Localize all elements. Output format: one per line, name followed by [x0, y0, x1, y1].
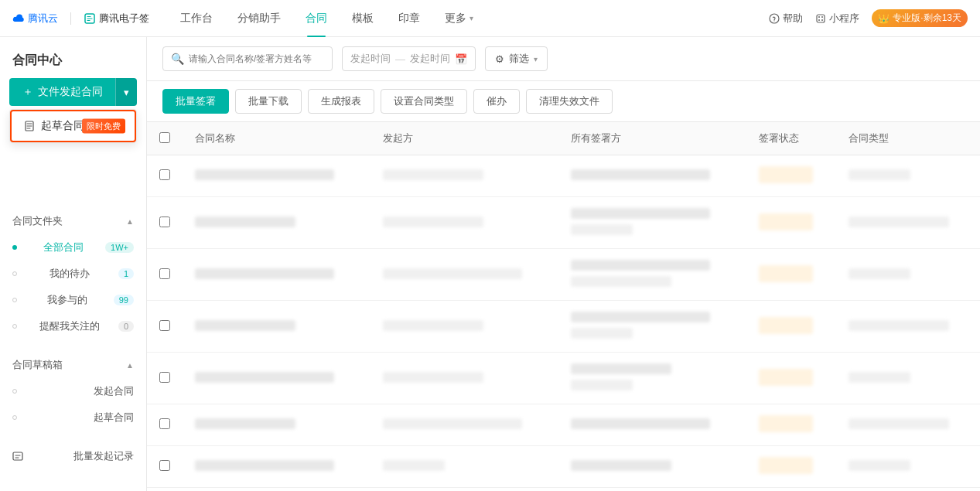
- row-checkbox[interactable]: [159, 217, 170, 227]
- nav-all-contracts[interactable]: 全部合同 1W+: [0, 234, 146, 261]
- date-range-picker[interactable]: 发起时间 — 发起时间 📅: [342, 46, 476, 71]
- dropdown-arrow-btn[interactable]: ▾: [115, 78, 137, 106]
- draft-icon: [24, 121, 35, 131]
- batch-download-btn[interactable]: 批量下载: [235, 89, 302, 114]
- status-badge: [759, 457, 813, 474]
- nav-menu: 工作台 分销助手 合同 模板 印章 更多 ▾: [168, 0, 769, 37]
- main-content: 🔍 发起时间 — 发起时间 📅 ⚙ 筛选 ▾ 批量签署 批量下载 生成报表 设置…: [147, 37, 980, 491]
- row-checkbox[interactable]: [159, 268, 170, 279]
- nav-item-more[interactable]: 更多 ▾: [432, 0, 486, 37]
- row-checkbox[interactable]: [159, 460, 170, 471]
- contract-name-cell: [195, 372, 334, 383]
- status-badge: [759, 213, 813, 230]
- signatories-cell: [571, 260, 710, 271]
- signatories-cell: [571, 418, 710, 429]
- search-icon: 🔍: [171, 53, 184, 65]
- nav-item-distribution[interactable]: 分销助手: [225, 0, 293, 37]
- table-row: [147, 249, 980, 301]
- miniapp-btn[interactable]: 小程序: [815, 12, 859, 26]
- help-btn[interactable]: 帮助: [769, 12, 803, 26]
- arrow-down-icon: ▾: [124, 87, 129, 98]
- search-box[interactable]: 🔍: [162, 46, 333, 71]
- select-all-checkbox[interactable]: [159, 132, 170, 143]
- svg-point-2: [774, 20, 775, 21]
- draft-section-header[interactable]: 合同草稿箱 ▲: [12, 358, 134, 372]
- remind-btn[interactable]: 催办: [473, 89, 520, 114]
- initiator-cell: [383, 169, 483, 180]
- remind-me-badge: 0: [118, 321, 134, 332]
- cloud-logo[interactable]: 腾讯云: [12, 12, 58, 26]
- clear-invalid-btn[interactable]: 清理失效文件: [526, 89, 613, 114]
- set-contract-type-btn[interactable]: 设置合同类型: [381, 89, 467, 114]
- table-row: [147, 353, 980, 404]
- type-cell: [849, 169, 910, 180]
- esign-logo[interactable]: 腾讯电子签: [84, 12, 149, 26]
- draft-contract-item[interactable]: 起草合同 限时免费: [10, 110, 136, 142]
- folder-section-header[interactable]: 合同文件夹 ▲: [12, 214, 134, 228]
- svg-rect-9: [13, 452, 22, 460]
- signatories-cell-2: [571, 224, 633, 235]
- signatories-cell: [571, 363, 671, 374]
- svg-point-5: [821, 16, 823, 18]
- svg-point-6: [818, 19, 820, 21]
- th-type: 合同类型: [836, 122, 980, 155]
- file-initiate-btn[interactable]: ＋ 文件发起合同: [9, 78, 115, 106]
- limit-badge: 限时免费: [82, 119, 125, 134]
- empty-dot-4: [12, 389, 17, 394]
- my-todo-badge: 1: [118, 268, 134, 279]
- signatories-cell: [571, 169, 710, 180]
- type-cell: [849, 372, 910, 383]
- nav-draft-contract[interactable]: 起草合同: [0, 404, 146, 431]
- empty-dot: [12, 271, 17, 276]
- nav-item-seal[interactable]: 印章: [386, 0, 432, 37]
- all-contracts-label: 全部合同: [43, 240, 84, 254]
- contract-name-cell: [195, 460, 334, 471]
- table-row: [147, 197, 980, 249]
- batch-section-header[interactable]: 批量发起记录: [12, 449, 134, 463]
- folder-toggle-icon: ▲: [126, 217, 134, 226]
- miniapp-label: 小程序: [829, 12, 859, 26]
- batch-sign-btn[interactable]: 批量签署: [162, 89, 229, 114]
- row-checkbox[interactable]: [159, 169, 170, 180]
- nav-my-todo[interactable]: 我的待办 1: [0, 261, 146, 287]
- nav-item-template[interactable]: 模板: [340, 0, 386, 37]
- type-cell: [849, 217, 949, 227]
- cloud-logo-text: 腾讯云: [28, 12, 58, 26]
- status-badge: [759, 317, 813, 334]
- draft-contract-nav-label: 起草合同: [94, 411, 134, 425]
- esign-icon: [84, 12, 96, 25]
- row-checkbox[interactable]: [159, 418, 170, 429]
- signatories-cell: [571, 312, 710, 322]
- top-nav: 腾讯云 腾讯电子签 工作台 分销助手 合同 模板 印章 更多 ▾ 帮助: [0, 0, 980, 37]
- nav-item-workbench[interactable]: 工作台: [168, 0, 225, 37]
- active-dot: [12, 245, 17, 250]
- file-initiate-label: 文件发起合同: [38, 85, 103, 99]
- search-input[interactable]: [189, 53, 324, 64]
- type-cell: [849, 268, 910, 279]
- draft-section-label: 合同草稿箱: [12, 358, 63, 372]
- initiator-cell: [383, 268, 522, 279]
- svg-rect-3: [817, 15, 825, 22]
- filter-icon: ⚙: [495, 53, 504, 65]
- logo-divider: [70, 12, 71, 25]
- contract-name-cell: [195, 418, 295, 429]
- row-checkbox[interactable]: [159, 372, 170, 383]
- miniapp-icon: [815, 13, 826, 24]
- signatories-cell: [571, 208, 710, 219]
- cloud-icon: [12, 12, 25, 25]
- my-todo-label: 我的待办: [50, 267, 90, 281]
- table-row: [147, 446, 980, 488]
- initiator-cell: [383, 217, 483, 227]
- nav-item-contract[interactable]: 合同: [293, 0, 340, 37]
- table-row: [147, 155, 980, 197]
- svg-point-4: [818, 16, 820, 18]
- nav-initiate-contract[interactable]: 发起合同: [0, 378, 146, 404]
- generate-report-btn[interactable]: 生成报表: [308, 89, 374, 114]
- row-checkbox[interactable]: [159, 320, 170, 331]
- pro-badge[interactable]: 👑 专业版·剩余13天: [872, 9, 968, 27]
- empty-dot-2: [12, 298, 17, 302]
- nav-my-participated[interactable]: 我参与的 99: [0, 287, 146, 313]
- filter-btn[interactable]: ⚙ 筛选 ▾: [485, 46, 548, 71]
- initiate-contract-label: 发起合同: [94, 384, 134, 398]
- nav-remind-me[interactable]: 提醒我关注的 0: [0, 313, 146, 339]
